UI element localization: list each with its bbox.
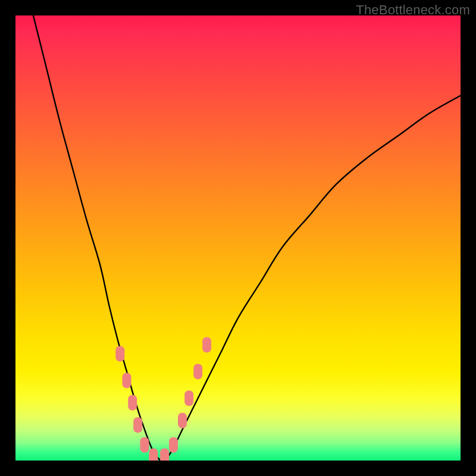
curve-marker [128, 395, 137, 411]
curve-marker [184, 390, 193, 406]
watermark-text: TheBottleneck.com [356, 2, 470, 18]
curve-marker [193, 364, 202, 379]
plot-area [15, 15, 461, 461]
bottleneck-curve [33, 15, 461, 461]
curve-marker [149, 449, 158, 461]
curve-marker [140, 437, 149, 453]
curve-marker [160, 449, 169, 461]
curve-marker [123, 372, 131, 388]
curve-marker [133, 417, 142, 433]
curve-marker [202, 337, 211, 353]
curve-marker [178, 413, 187, 428]
chart-frame: TheBottleneck.com [0, 0, 476, 476]
curve-marker [169, 437, 178, 453]
curve-marker [115, 346, 124, 362]
chart-svg [15, 15, 461, 461]
